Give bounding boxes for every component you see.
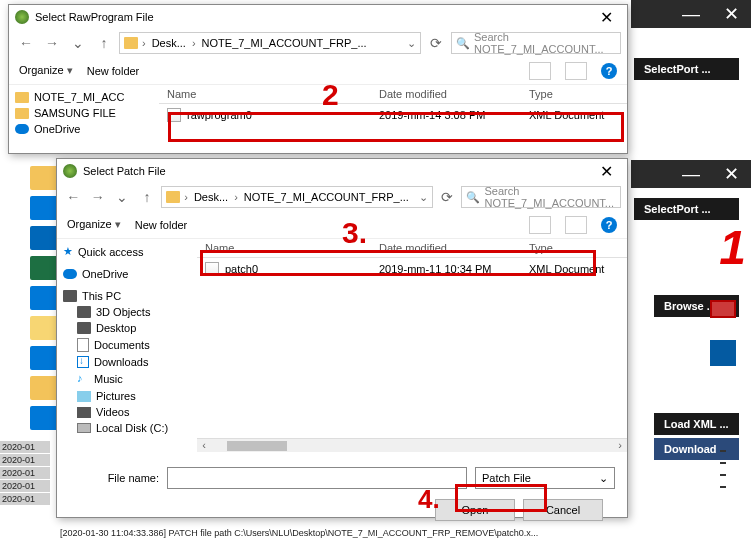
view-mode-button[interactable] [529, 216, 551, 234]
taskbar-folder-icon[interactable] [30, 166, 58, 190]
load-xml-button[interactable]: Load XML ... [654, 413, 739, 435]
date-column: 2020-012020-012020-012020-012020-01 [0, 440, 50, 506]
filename-label: File name: [69, 472, 159, 484]
breadcrumb-seg: Desk... [192, 191, 230, 203]
download-button[interactable]: Download [654, 438, 739, 460]
refresh-button[interactable]: ⟳ [425, 32, 447, 54]
dialog2-app-icon [63, 164, 77, 178]
dialog1-title: Select RawProgram File [35, 11, 592, 23]
breadcrumb-seg: Desk... [150, 37, 188, 49]
downloads-icon [77, 356, 89, 368]
annotation-4: 4. [418, 484, 440, 515]
documents-icon [77, 338, 89, 352]
folder-icon [124, 37, 138, 49]
desktop-icon [77, 322, 91, 334]
disk-icon [77, 423, 91, 433]
annotation-2: 2 [322, 78, 339, 112]
blue-indicator [710, 340, 736, 366]
address-bar[interactable]: › Desk... › NOTE_7_MI_ACCOUNT_FRP_... ⌄ [161, 186, 433, 208]
taskbar-app3-icon[interactable] [30, 346, 58, 370]
new-folder-button[interactable]: New folder [87, 65, 140, 77]
organize-menu[interactable]: Organize [67, 218, 121, 231]
nav-tree[interactable]: NOTE_7_MI_ACC SAMSUNG FILE OneDrive [9, 85, 159, 151]
column-date[interactable]: Date modified [379, 242, 529, 254]
taskbar-app-icon[interactable] [30, 196, 58, 220]
file-list: Name Date modified Type patch0 2019-mm-1… [197, 239, 627, 459]
horizontal-scrollbar[interactable]: ‹› [197, 438, 627, 452]
column-type[interactable]: Type [529, 88, 619, 100]
breadcrumb-seg: NOTE_7_MI_ACCOUNT_FRP_... [242, 191, 411, 203]
folder-icon [15, 108, 29, 119]
select-port-button-2[interactable]: SelectPort ... [634, 198, 739, 220]
dialog2-close-button[interactable]: ✕ [592, 162, 621, 181]
help-button[interactable]: ? [601, 63, 617, 79]
history-dropdown[interactable]: ⌄ [67, 32, 89, 54]
dialog1-close-button[interactable]: ✕ [592, 8, 621, 27]
pictures-icon [77, 391, 91, 402]
help-button[interactable]: ? [601, 217, 617, 233]
file-type-combo[interactable]: Patch File⌄ [475, 467, 615, 489]
onedrive-icon [15, 124, 29, 134]
history-dropdown[interactable]: ⌄ [112, 186, 133, 208]
refresh-button[interactable]: ⟳ [437, 186, 458, 208]
taskbar-note-icon[interactable] [30, 316, 58, 340]
breadcrumb-seg: NOTE_7_MI_ACCOUNT_FRP_... [200, 37, 369, 49]
bg-minimize-2[interactable]: — [670, 164, 712, 185]
this-pc-icon [63, 290, 77, 302]
taskbar-excel-icon[interactable] [30, 256, 58, 280]
taskbar-folder2-icon[interactable] [30, 376, 58, 400]
nav-tree[interactable]: ★Quick access OneDrive This PC 3D Object… [57, 239, 197, 459]
bg-close-2[interactable]: ✕ [712, 163, 751, 185]
onedrive-icon [63, 269, 77, 279]
videos-icon [77, 407, 91, 418]
patch-dialog: Select Patch File ✕ ← → ⌄ ↑ › Desk... › … [56, 158, 628, 518]
tick-marks [720, 440, 726, 520]
taskbar-edge-icon[interactable] [30, 226, 58, 250]
forward-button[interactable]: → [88, 186, 109, 208]
dialog2-title: Select Patch File [83, 165, 592, 177]
quick-access-icon: ★ [63, 245, 73, 258]
select-port-button-1[interactable]: SelectPort ... [634, 58, 739, 80]
search-input[interactable]: 🔍 Search NOTE_7_MI_ACCOUNT... [461, 186, 621, 208]
organize-menu[interactable]: Organize [19, 64, 73, 77]
folder-icon [15, 92, 29, 103]
taskbar-win-icon[interactable] [30, 406, 58, 430]
column-name[interactable]: Name [167, 88, 379, 100]
cancel-button[interactable]: Cancel [523, 499, 603, 521]
forward-button[interactable]: → [41, 32, 63, 54]
open-button[interactable]: Open [435, 499, 515, 521]
annotation-1: 1 [719, 220, 746, 275]
file-list: Name Date modified Type rawprogram0 2019… [159, 85, 627, 151]
3d-objects-icon [77, 306, 91, 318]
dialog1-app-icon [15, 10, 29, 24]
up-button[interactable]: ↑ [93, 32, 115, 54]
status-line: [2020-01-30 11:04:33.386] PATCH file pat… [60, 528, 730, 538]
search-icon: 🔍 [466, 191, 480, 204]
back-button[interactable]: ← [63, 186, 84, 208]
annotation-3: 3. [342, 216, 367, 250]
view-mode-button[interactable] [529, 62, 551, 80]
preview-pane-button[interactable] [565, 62, 587, 80]
search-input[interactable]: 🔍 Search NOTE_7_MI_ACCOUNT... [451, 32, 621, 54]
folder-icon [166, 191, 180, 203]
preview-pane-button[interactable] [565, 216, 587, 234]
up-button[interactable]: ↑ [137, 186, 158, 208]
music-icon: ♪ [77, 372, 89, 386]
xml-file-icon [167, 108, 181, 122]
new-folder-button[interactable]: New folder [135, 219, 188, 231]
back-button[interactable]: ← [15, 32, 37, 54]
xml-file-icon [205, 262, 219, 276]
bg-close[interactable]: ✕ [712, 3, 751, 25]
column-type[interactable]: Type [529, 242, 619, 254]
bg-minimize[interactable]: — [670, 4, 712, 25]
address-bar[interactable]: › Desk... › NOTE_7_MI_ACCOUNT_FRP_... ⌄ [119, 32, 421, 54]
rawprogram-dialog: Select RawProgram File ✕ ← → ⌄ ↑ › Desk.… [8, 4, 628, 154]
file-row-rawprogram0[interactable]: rawprogram0 2019-mm-14 3:08 PM XML Docum… [159, 104, 627, 126]
bg-titlebar: — ✕ [631, 0, 751, 28]
red-indicator [710, 300, 736, 318]
file-row-patch0[interactable]: patch0 2019-mm-11 10:34 PM XML Document [197, 258, 627, 280]
bg-titlebar-2: — ✕ [631, 160, 751, 188]
taskbar-app2-icon[interactable] [30, 286, 58, 310]
column-date[interactable]: Date modified [379, 88, 529, 100]
search-icon: 🔍 [456, 37, 470, 50]
